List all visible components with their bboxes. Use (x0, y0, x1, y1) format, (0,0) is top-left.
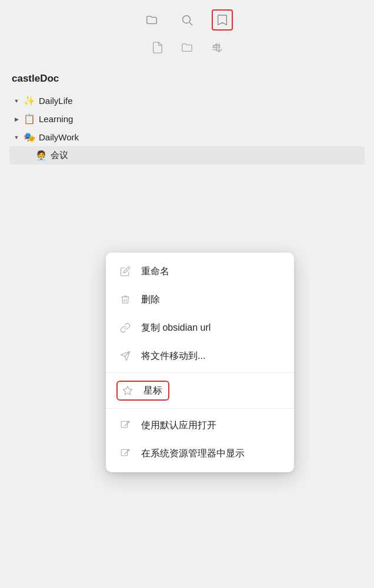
menu-item-copy-url[interactable]: 复制 obsidian url (106, 314, 294, 342)
sidebar-file-tree: castleDoc ✨ DailyLife 📋 Learning 🎭 Daily… (0, 62, 374, 164)
expand-arrow-dailylife[interactable] (12, 96, 21, 106)
menu-divider-1 (106, 372, 294, 373)
move-label: 将文件移动到... (141, 350, 205, 362)
search-button[interactable] (176, 9, 198, 31)
menu-divider-2 (106, 408, 294, 409)
link-icon (119, 321, 132, 334)
pencil-icon (119, 265, 132, 278)
menu-item-bookmark[interactable]: 星标 (106, 375, 294, 406)
emoji-learning: 📋 (24, 113, 35, 125)
svg-line-9 (125, 421, 129, 426)
star-icon (121, 384, 134, 397)
copy-url-label: 复制 obsidian url (141, 322, 211, 334)
sort-button[interactable] (210, 41, 223, 54)
send-icon (119, 350, 132, 362)
menu-item-delete[interactable]: 删除 (106, 285, 294, 314)
label-learning: Learning (39, 114, 73, 124)
rename-label: 重命名 (141, 266, 169, 278)
files-button[interactable] (141, 9, 162, 31)
new-folder-button[interactable] (181, 41, 193, 54)
bookmark-label: 星标 (143, 385, 162, 397)
vault-title: castleDoc (9, 68, 365, 92)
tree-item-dailywork[interactable]: 🎭 DailyWork (9, 128, 365, 146)
menu-item-rename[interactable]: 重命名 (106, 257, 294, 285)
label-dailywork: DailyWork (39, 132, 79, 142)
emoji-dailylife: ✨ (24, 95, 35, 106)
tree-item-learning[interactable]: 📋 Learning (9, 110, 365, 128)
menu-item-open-default[interactable]: 使用默认应用打开 (106, 411, 294, 439)
emoji-dailywork: 🎭 (24, 132, 35, 143)
svg-line-11 (125, 449, 129, 454)
context-menu: 重命名 删除 复制 obsidian url 将文件移动到... 星标 (106, 253, 294, 472)
svg-marker-7 (123, 387, 132, 395)
trash-icon (119, 293, 132, 306)
sub-toolbar (0, 36, 374, 62)
emoji-meeting: 🧑‍💼 (35, 150, 47, 161)
tree-item-dailylife[interactable]: ✨ DailyLife (9, 92, 365, 110)
label-meeting: 会议 (51, 150, 68, 161)
top-toolbar (0, 0, 374, 36)
expand-arrow-dailywork[interactable] (12, 133, 21, 142)
delete-label: 删除 (141, 294, 160, 306)
new-file-button[interactable] (151, 41, 164, 54)
bookmark-inner: 星标 (116, 381, 169, 401)
show-explorer-label: 在系统资源管理器中显示 (141, 448, 245, 460)
menu-item-move[interactable]: 将文件移动到... (106, 342, 294, 370)
folder-open-icon (119, 447, 132, 460)
label-dailylife: DailyLife (39, 96, 73, 106)
menu-item-show-explorer[interactable]: 在系统资源管理器中显示 (106, 439, 294, 468)
open-default-label: 使用默认应用打开 (141, 419, 216, 432)
tree-item-meeting[interactable]: 🧑‍💼 会议 (9, 146, 365, 164)
bookmark-button[interactable] (212, 9, 233, 31)
svg-point-0 (183, 16, 191, 23)
expand-arrow-learning[interactable] (12, 115, 21, 124)
external-link-icon (119, 419, 132, 432)
svg-line-1 (189, 22, 192, 25)
